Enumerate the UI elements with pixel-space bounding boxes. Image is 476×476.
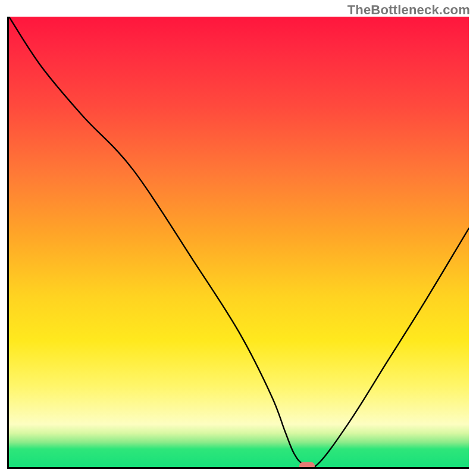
curve-layer (9, 17, 469, 467)
watermark-text: TheBottleneck.com (347, 2, 470, 18)
plot-area (7, 17, 469, 469)
bottleneck-chart: TheBottleneck.com (0, 0, 476, 476)
optimal-marker (299, 462, 315, 469)
bottleneck-curve-path (9, 17, 469, 467)
